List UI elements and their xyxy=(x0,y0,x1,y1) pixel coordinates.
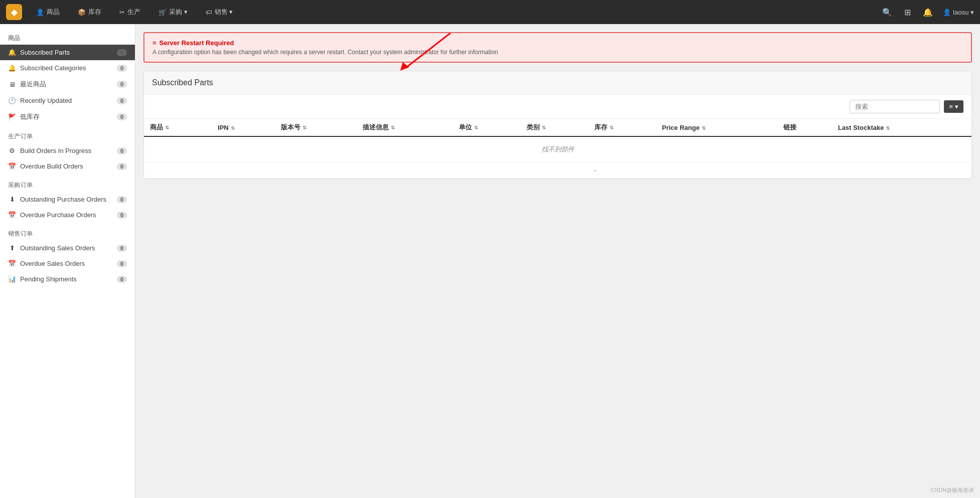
bell-icon: 🔔 xyxy=(8,49,16,56)
bell-icon: 🔔 xyxy=(8,64,16,72)
col-stock[interactable]: 库存⇅ xyxy=(588,119,656,136)
search-input[interactable] xyxy=(850,100,940,113)
calendar-icon: 📅 xyxy=(8,260,16,267)
cell-unit xyxy=(453,162,521,179)
sidebar-item-label: 最近商品 xyxy=(20,80,113,89)
sidebar-item-badge: 0 xyxy=(117,49,127,56)
col-revision[interactable]: 版本号⇅ xyxy=(275,119,357,136)
col-unit[interactable]: 单位⇅ xyxy=(453,119,521,136)
nav-products[interactable]: 👤 商品 xyxy=(32,6,64,19)
sidebar-item-subscribed-categories[interactable]: 🔔 Subscribed Categories 0 xyxy=(0,60,135,76)
sidebar-item-build-orders-in-progress[interactable]: ⚙ Build Orders In Progress 0 xyxy=(0,143,135,158)
shipment-icon: 📊 xyxy=(8,275,16,283)
nav-inventory[interactable]: 📦 库存 xyxy=(74,6,105,19)
sidebar-item-label: Overdue Sales Orders xyxy=(20,260,113,267)
sidebar-item-badge: 0 xyxy=(117,196,127,203)
flag-icon: 🚩 xyxy=(8,113,16,121)
sidebar-group-purchase: 采购订单 xyxy=(0,174,135,192)
sidebar-item-outstanding-sales-orders[interactable]: ⬆ Outstanding Sales Orders 0 xyxy=(0,240,135,256)
calendar-icon: 📅 xyxy=(8,211,16,219)
nav-inventory-icon: 📦 xyxy=(78,9,86,16)
sidebar-item-pending-shipments[interactable]: 📊 Pending Shipments 0 xyxy=(0,271,135,287)
card-toolbar: ≡ ▾ xyxy=(144,95,971,119)
nav-sales-icon: 🏷 xyxy=(206,9,212,16)
main-content: ≡ Server Restart Required A configuratio… xyxy=(135,24,980,498)
subscribed-parts-table: 商品⇅ IPN⇅ 版本号⇅ 描述信息⇅ 单位⇅ 类别⇅ 库存⇅ Price Ra… xyxy=(144,119,971,179)
search-icon[interactable]: 🔍 xyxy=(880,6,894,19)
col-ipn[interactable]: IPN⇅ xyxy=(212,119,275,136)
cell-ipn xyxy=(212,162,275,179)
user-avatar-icon: 👤 xyxy=(943,9,951,16)
col-last-stocktake[interactable]: Last Stocktake⇅ xyxy=(832,119,971,136)
sidebar-item-badge: 0 xyxy=(117,65,127,72)
sidebar-item-badge: 0 xyxy=(117,113,127,120)
sidebar-item-badge: 0 xyxy=(117,163,127,170)
sidebar-top-label: 商品 xyxy=(0,29,135,45)
cell-link xyxy=(777,162,832,179)
col-description[interactable]: 描述信息⇅ xyxy=(357,119,453,136)
sidebar-item-label: Outstanding Purchase Orders xyxy=(20,196,113,203)
sidebar-item-overdue-purchase-orders[interactable]: 📅 Overdue Purchase Orders 0 xyxy=(0,207,135,223)
sidebar-item-badge: 0 xyxy=(117,245,127,252)
cell-stock: - xyxy=(588,162,656,179)
nav-sales[interactable]: 🏷 销售 ▾ xyxy=(202,6,237,19)
sidebar-item-recent-products[interactable]: 🖥 最近商品 0 xyxy=(0,76,135,93)
table-body: 找不到部件 - xyxy=(144,136,971,179)
sidebar-item-low-stock[interactable]: 🚩 低库存 0 xyxy=(0,108,135,125)
sidebar-item-label: Recently Updated xyxy=(20,97,113,104)
col-link[interactable]: 链接 xyxy=(777,119,832,136)
col-category[interactable]: 类别⇅ xyxy=(521,119,588,136)
nav-production[interactable]: ✂ 生产 xyxy=(115,6,144,19)
alert-icon: ≡ xyxy=(152,39,156,47)
table-row: - xyxy=(144,162,971,179)
alert-body: A configuration option has been changed … xyxy=(152,49,963,56)
cell-revision xyxy=(275,162,357,179)
subscribed-parts-card: Subscribed Parts ≡ ▾ 商品⇅ IPN⇅ 版本号⇅ xyxy=(143,71,972,179)
app-logo[interactable]: ◆ xyxy=(6,4,22,20)
cell-product xyxy=(144,162,212,179)
upload-icon: ⬆ xyxy=(8,244,16,252)
sidebar-item-label: Pending Shipments xyxy=(20,275,113,283)
clock-icon: 🕐 xyxy=(8,97,16,104)
bell-icon[interactable]: 🔔 xyxy=(921,6,935,19)
sidebar-item-label: Build Orders In Progress xyxy=(20,147,113,154)
calendar-icon: 📅 xyxy=(8,162,16,170)
sidebar-item-label: 低库存 xyxy=(20,112,113,121)
page-title: Subscribed Parts xyxy=(152,78,963,87)
no-data-row: 找不到部件 xyxy=(144,136,971,162)
view-toggle-button[interactable]: ≡ ▾ xyxy=(944,100,963,113)
sidebar-item-label: Subscribed Categories xyxy=(20,64,113,72)
card-header: Subscribed Parts xyxy=(144,71,971,95)
sidebar-item-label: Outstanding Sales Orders xyxy=(20,244,113,252)
sidebar-item-badge: 0 xyxy=(117,147,127,154)
subscribed-parts-table-container: 商品⇅ IPN⇅ 版本号⇅ 描述信息⇅ 单位⇅ 类别⇅ 库存⇅ Price Ra… xyxy=(144,119,971,179)
top-navigation: ◆ 👤 商品 📦 库存 ✂ 生产 🛒 采购 ▾ 🏷 销售 ▾ 🔍 ⊞ 🔔 👤 l… xyxy=(0,0,980,24)
nav-purchase[interactable]: 🛒 采购 ▾ xyxy=(154,6,192,19)
sidebar-group-sales: 销售订单 xyxy=(0,223,135,240)
sidebar-item-label: Subscribed Parts xyxy=(20,49,113,56)
sidebar-item-overdue-build-orders[interactable]: 📅 Overdue Build Orders 0 xyxy=(0,158,135,174)
col-product[interactable]: 商品⇅ xyxy=(144,119,212,136)
nav-production-icon: ✂ xyxy=(119,9,125,16)
download-icon: ⬇ xyxy=(8,196,16,203)
svg-marker-1 xyxy=(400,62,409,71)
table-icon: ≡ xyxy=(949,103,953,110)
chevron-down-icon: ▾ xyxy=(955,103,958,110)
server-restart-alert: ≡ Server Restart Required A configuratio… xyxy=(143,32,972,63)
sidebar-item-badge: 0 xyxy=(117,276,127,283)
monitor-icon: 🖥 xyxy=(8,81,16,88)
cell-last-stocktake xyxy=(832,162,971,179)
user-menu[interactable]: 👤 laosu ▾ xyxy=(943,9,974,16)
sidebar-item-badge: 0 xyxy=(117,212,127,219)
table-header: 商品⇅ IPN⇅ 版本号⇅ 描述信息⇅ 单位⇅ 类别⇅ 库存⇅ Price Ra… xyxy=(144,119,971,136)
sidebar-item-outstanding-purchase-orders[interactable]: ⬇ Outstanding Purchase Orders 0 xyxy=(0,192,135,207)
nav-purchase-icon: 🛒 xyxy=(158,9,167,16)
sidebar-item-overdue-sales-orders[interactable]: 📅 Overdue Sales Orders 0 xyxy=(0,256,135,271)
cell-category xyxy=(521,162,588,179)
col-price-range[interactable]: Price Range⇅ xyxy=(656,119,777,136)
sidebar-item-recently-updated[interactable]: 🕐 Recently Updated 0 xyxy=(0,93,135,108)
sidebar-group-production: 生产订单 xyxy=(0,125,135,143)
app-layout: 商品 🔔 Subscribed Parts 0 🔔 Subscribed Cat… xyxy=(0,24,980,498)
sidebar-item-subscribed-parts[interactable]: 🔔 Subscribed Parts 0 xyxy=(0,45,135,60)
grid-icon[interactable]: ⊞ xyxy=(902,6,913,19)
